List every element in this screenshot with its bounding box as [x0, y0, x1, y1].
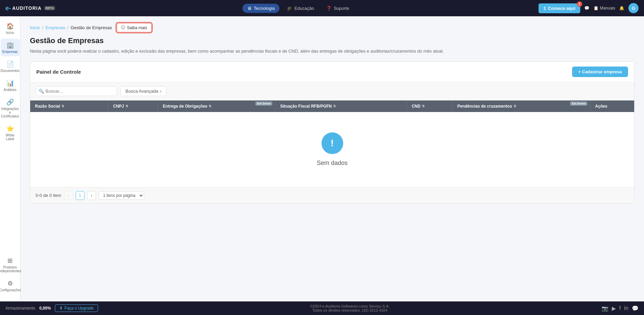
top-nav-right: 1 Comece aqui 2 💬 📋 Manuais 🔔 G	[539, 3, 639, 13]
bell-icon: 🔔	[619, 6, 624, 11]
nav-tecnologia[interactable]: 🖥 Tecnologia	[242, 4, 279, 13]
panel-title: Painel de Controle	[36, 69, 81, 75]
info-icon: ⓘ	[121, 25, 125, 31]
monitor-icon: 🖥	[247, 6, 252, 11]
panel: Painel de Controle + Cadastrar empresa 🔍…	[30, 61, 635, 204]
star-icon: ⭐	[6, 125, 14, 132]
data-table: Razão Social ⇅ CNPJ ⇅ Em breve	[30, 100, 634, 187]
user-avatar[interactable]: G	[628, 3, 639, 13]
saiba-mais-button[interactable]: ⓘ Saiba mais	[117, 23, 151, 32]
col-razao-social[interactable]: Razão Social ⇅	[30, 100, 108, 112]
empty-state-text: Sem dados	[317, 160, 348, 167]
building-icon: 🏢	[6, 41, 14, 49]
em-breve-badge-2: Em breve	[570, 101, 587, 106]
education-icon: 🎓	[287, 6, 292, 11]
nav-educacao[interactable]: 🎓 Educação	[282, 4, 319, 13]
nav-tecnologia-label: Tecnologia	[254, 6, 275, 11]
breadcrumb-empresas[interactable]: Empresas	[45, 25, 65, 30]
nav-suporte-label: Suporte	[334, 6, 349, 11]
pagination-bar: 0-0 de 0 item ‹ 1 › 1 itens por página	[30, 187, 634, 203]
next-page-button[interactable]: ›	[87, 191, 96, 200]
app-logo: e- AUDITORIA BETA	[5, 5, 55, 12]
busca-avancada-button[interactable]: Busca Avançada ›	[120, 86, 167, 96]
sidebar-item-configuracoes[interactable]: ⚙ Configurações	[1, 277, 20, 295]
col-cnpj[interactable]: CNPJ ⇅	[108, 100, 158, 112]
sort-situacao-icon: ⇅	[333, 104, 336, 108]
sidebar-item-produtos[interactable]: ⊞ Produtos Independentes	[1, 254, 20, 276]
breadcrumb-inicio[interactable]: Inicio	[30, 25, 40, 30]
col-situacao-fiscal[interactable]: Situação Fiscal RFB/PGFN ⇅	[275, 100, 407, 112]
beta-badge: BETA	[44, 6, 55, 10]
main-content: Inicio / Empresas / Gestão de Empresas ⓘ…	[20, 16, 644, 301]
sidebar-item-inicio-label: Início	[6, 31, 14, 35]
sort-cnpj-icon: ⇅	[125, 104, 128, 108]
breadcrumb-sep-2: /	[67, 25, 69, 30]
col-cnd[interactable]: CND ⇅	[407, 100, 452, 112]
col-pendencias[interactable]: Em breve Pendências de cruzamentos ⇅	[452, 100, 590, 112]
cadastrar-empresa-button[interactable]: + Cadastrar empresa	[572, 67, 628, 77]
notifications-btn[interactable]: 🔔	[619, 6, 624, 11]
manuais-btn[interactable]: 📋 Manuais	[593, 6, 615, 11]
home-icon: 🏠	[6, 22, 14, 30]
number-one-icon: 1	[543, 6, 546, 11]
logo-e: e-	[5, 5, 11, 12]
toolbar: 🔍 Busca Avançada ›	[30, 82, 634, 100]
sidebar-item-integracoes[interactable]: 🔗 Integrações e Certificados	[1, 96, 20, 121]
sidebar-item-whitelabel-label: White Label	[3, 133, 18, 141]
link-icon: 🔗	[6, 98, 14, 106]
book-icon: 📋	[593, 6, 599, 11]
empty-state-row: ! Sem dados	[30, 112, 634, 187]
sort-razao-icon: ⇅	[61, 104, 64, 108]
saiba-mais-label: Saiba mais	[127, 25, 147, 30]
manuais-label: Manuais	[600, 6, 615, 11]
sidebar-item-whitelabel[interactable]: ⭐ White Label	[1, 122, 20, 144]
search-icon: 🔍	[39, 89, 44, 94]
chevron-right-icon: ›	[160, 89, 161, 94]
chat-icon-btn[interactable]: 💬	[584, 6, 589, 11]
col-entrega-obrigacoes[interactable]: Em breve Entrega de Obrigações ⇅	[158, 100, 275, 112]
search-input[interactable]	[36, 86, 117, 96]
comece-aqui-button[interactable]: 1 Comece aqui 2	[539, 3, 580, 13]
pagination-range: 0-0 de 0 item	[36, 193, 61, 198]
top-nav: e- AUDITORIA BETA 🖥 Tecnologia 🎓 Educaçã…	[0, 0, 644, 16]
sidebar-item-analises[interactable]: 📊 Análises	[1, 77, 20, 94]
sidebar-item-documentos[interactable]: 📄 Documentos	[1, 58, 20, 75]
panel-header: Painel de Controle + Cadastrar empresa	[30, 62, 634, 82]
breadcrumb: Inicio / Empresas / Gestão de Empresas ⓘ…	[30, 23, 635, 32]
sort-cnd-icon: ⇅	[422, 104, 425, 108]
logo-text: AUDITORIA	[12, 5, 42, 11]
document-icon: 📄	[6, 60, 14, 68]
nav-suporte[interactable]: ❓ Suporte	[321, 4, 354, 13]
sidebar-item-documentos-label: Documentos	[0, 69, 19, 73]
sidebar-item-inicio[interactable]: 🏠 Início	[1, 20, 20, 37]
prev-page-button[interactable]: ‹	[64, 191, 73, 200]
sidebar-item-configuracoes-label: Configurações	[0, 288, 21, 292]
breadcrumb-current: Gestão de Empresas	[71, 25, 112, 30]
col-acoes: Ações	[590, 100, 634, 112]
chat-icon: 💬	[584, 6, 589, 11]
breadcrumb-sep-1: /	[42, 25, 43, 30]
sidebar-bottom: ⊞ Produtos Independentes ⚙ Configurações	[1, 254, 20, 301]
sidebar-item-empresas-label: Empresas	[2, 50, 18, 54]
comece-badge: 2	[577, 1, 582, 7]
sidebar-item-produtos-label: Produtos Independentes	[0, 265, 21, 273]
sort-entrega-icon: ⇅	[209, 104, 211, 108]
empty-state-icon: !	[321, 132, 343, 154]
search-wrap: 🔍	[36, 86, 117, 96]
support-icon: ❓	[326, 6, 332, 11]
nav-educacao-label: Educação	[294, 6, 314, 11]
em-breve-badge-1: Em breve	[255, 101, 273, 106]
grid-icon: ⊞	[7, 257, 13, 264]
sort-pendencias-icon: ⇅	[513, 104, 516, 108]
per-page-select[interactable]: 1 itens por página	[99, 191, 144, 200]
chart-icon: 📊	[6, 79, 14, 87]
table-wrap: Razão Social ⇅ CNPJ ⇅ Em breve	[30, 100, 634, 187]
page-title: Gestão de Empresas	[30, 36, 635, 45]
gear-icon: ⚙	[7, 280, 13, 287]
sidebar-item-integracoes-label: Integrações e Certificados	[1, 107, 19, 118]
sidebar-item-empresas[interactable]: 🏢 Empresas	[1, 39, 20, 56]
busca-avancada-label: Busca Avançada	[125, 89, 158, 94]
sidebar-item-analises-label: Análises	[4, 88, 17, 92]
empty-state: ! Sem dados	[30, 112, 634, 187]
comece-aqui-label: Comece aqui	[548, 6, 575, 11]
